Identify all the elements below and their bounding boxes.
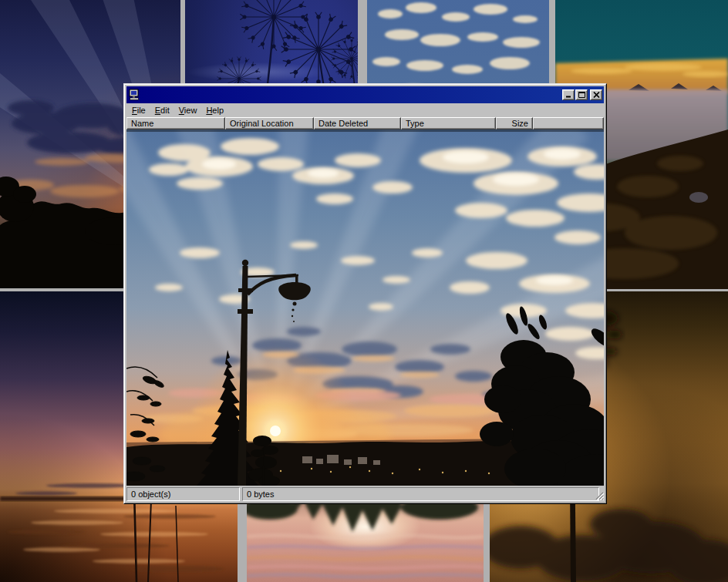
status-total-size: 0 bytes xyxy=(242,487,599,501)
menu-bar: File Edit View Help xyxy=(126,103,604,117)
maximize-icon xyxy=(578,92,585,98)
column-header-name[interactable]: Name xyxy=(126,117,225,130)
close-button[interactable] xyxy=(590,89,602,100)
minimize-icon xyxy=(565,92,572,98)
minimize-button[interactable] xyxy=(562,89,575,100)
titlebar[interactable] xyxy=(126,86,604,103)
status-object-count: 0 object(s) xyxy=(126,487,240,501)
maximize-button[interactable] xyxy=(575,89,588,100)
menu-edit[interactable]: Edit xyxy=(150,104,174,116)
window-frame: File Edit View Help Name Original Locati… xyxy=(124,84,606,503)
column-header-row: Name Original Location Date Deleted Type… xyxy=(126,117,604,130)
menu-file[interactable]: File xyxy=(127,104,150,116)
menu-view[interactable]: View xyxy=(174,104,202,116)
column-header-original-location[interactable]: Original Location xyxy=(225,117,314,130)
column-header-date-deleted[interactable]: Date Deleted xyxy=(314,117,401,130)
file-list-view[interactable] xyxy=(126,130,604,486)
column-header-stub xyxy=(533,117,604,130)
computer-icon xyxy=(128,89,140,101)
recycle-bin-window[interactable]: File Edit View Help Name Original Locati… xyxy=(123,83,607,504)
resize-grip[interactable] xyxy=(594,490,604,500)
lamp-sunset-photo xyxy=(126,130,604,486)
status-bar: 0 object(s) 0 bytes xyxy=(126,486,604,501)
column-header-size[interactable]: Size xyxy=(496,117,533,130)
close-icon xyxy=(593,92,600,98)
column-header-type[interactable]: Type xyxy=(401,117,496,130)
menu-help[interactable]: Help xyxy=(201,104,228,116)
